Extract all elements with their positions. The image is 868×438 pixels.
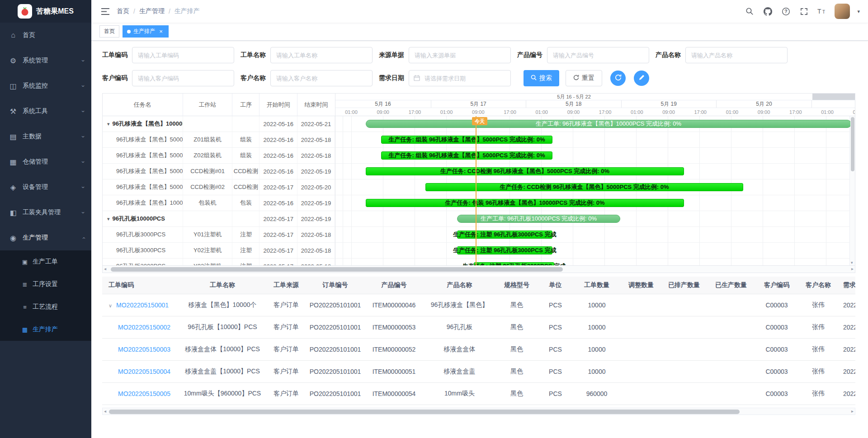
gantt-task-row-7: 96孔孔板3000PCSY01注塑机注塑2022-05-172022-05-18 — [103, 227, 335, 243]
fullscreen-icon[interactable] — [798, 6, 809, 17]
sidebar-item-2[interactable]: ◫系统监控› — [0, 73, 91, 99]
gantt-task-bar[interactable]: 生产任务: 组装 96孔移液盒【黑色】5000PCS 完成比例: 0% — [381, 136, 552, 144]
order-code-link[interactable]: MO202205150005 — [118, 390, 170, 397]
filter-input-0-1[interactable] — [270, 47, 373, 63]
sidebar-toggle-icon[interactable] — [98, 4, 113, 19]
gantt-task-bar[interactable]: 生产任务: 注塑 96孔孔板3000PCS 完成 — [457, 246, 552, 254]
device-icon: ◈ — [8, 183, 18, 192]
breadcrumb-item-0[interactable]: 首页 — [117, 7, 129, 15]
scroll-down-icon[interactable]: ▾ — [851, 260, 853, 265]
app-logo[interactable]: 苦糖果MES — [0, 0, 91, 23]
tags-view: 首页生产排产× — [91, 23, 868, 41]
sidebar-item-1[interactable]: ⚙系统管理› — [0, 48, 91, 73]
filter-input-1-1[interactable] — [270, 70, 373, 86]
sidebar-item-6[interactable]: ◈设备管理› — [0, 174, 91, 200]
sidebar-subitem-0[interactable]: ▣生产工单 — [0, 250, 91, 273]
chevron-icon: › — [80, 212, 86, 213]
gantt-hour-tick: 09:00 — [462, 108, 494, 116]
gantt-task-bar[interactable]: 生产任务: 注塑 96孔孔板3000PCS 完成 — [457, 231, 552, 239]
gantt-order-bar[interactable]: 生产工单: 96孔孔板10000PCS 完成比例: 0% — [457, 215, 620, 223]
edit-schedule-button[interactable] — [634, 71, 649, 86]
gantt-task-bar[interactable]: 生产任务: 注塑 96孔孔板3000PCS 完成 — [474, 262, 554, 265]
gantt-start-time: 2022-05-16 — [259, 148, 297, 163]
orders-header-row: 工单编码工单名称工单来源订单编号产品编号产品名称规格型号单位工单数量调整数量已排… — [102, 277, 855, 294]
search-icon[interactable] — [744, 6, 755, 17]
gantt-horizontal-scrollbar[interactable]: ◂ ▸ — [103, 265, 855, 273]
gantt-task-bar[interactable]: 生产任务: 组装 96孔移液盒【黑色】5000PCS 完成比例: 0% — [381, 151, 552, 160]
gantt-task-row-3: 96孔移液盒【黑色】5000PCSCCD检测#01CCD检测2022-05-16… — [103, 164, 335, 179]
gantt-day-label-2: 5月 18 — [526, 100, 621, 108]
filter-input-0-4[interactable] — [685, 47, 788, 63]
refresh-gantt-button[interactable] — [610, 71, 626, 86]
gantt-hour-tick: 09:00 — [748, 108, 780, 116]
search-button[interactable]: 搜索 — [524, 70, 559, 86]
orders-column-2: 工单来源 — [265, 277, 307, 294]
expand-arrow-icon[interactable]: ▾ — [107, 121, 110, 127]
sidebar-item-5[interactable]: ▦仓储管理› — [0, 149, 91, 174]
refresh-icon — [615, 74, 622, 82]
gantt-task-bar[interactable]: 生产任务: CCD检测 96孔移液盒【黑色】5000PCS 完成比例: 0% — [366, 167, 684, 175]
sidebar-item-label: 主数据 — [23, 132, 42, 141]
github-icon[interactable] — [762, 6, 773, 17]
user-avatar[interactable] — [835, 4, 850, 19]
gantt-end-time: 2022-05-20 — [297, 179, 335, 195]
scroll-left-icon[interactable]: ◂ — [104, 409, 106, 414]
gantt-day-row: 5月 165月 175月 185月 195月 20 — [335, 100, 855, 108]
orders-column-14: 需求日期 — [838, 277, 855, 294]
navbar-icons: ? TT ▾ — [744, 4, 860, 19]
font-size-icon[interactable]: TT — [816, 6, 827, 17]
gantt-task-bar[interactable]: 生产任务: 包装 96孔移液盒【黑色】10000PCS 完成比例: 0% — [366, 199, 684, 207]
scroll-right-icon[interactable]: ▸ — [851, 266, 854, 271]
gantt-task-bar[interactable]: 生产任务: CCD检测 96孔移液盒【黑色】5000PCS 完成比例: 0% — [425, 183, 743, 191]
breadcrumb-item-1[interactable]: 生产管理 — [139, 7, 165, 15]
filter-input-0-0[interactable] — [132, 47, 234, 63]
gantt-hscroll-thumb[interactable] — [111, 267, 563, 272]
today-line — [476, 116, 476, 265]
tab-close-icon[interactable]: × — [158, 28, 164, 35]
orders-column-10: 已排产数量 — [660, 277, 708, 294]
order-code-link[interactable]: MO202205150002 — [118, 324, 170, 331]
sidebar-item-7[interactable]: ◧工装夹具管理› — [0, 200, 91, 225]
table-horizontal-scrollbar[interactable]: ◂ ▸ — [102, 408, 855, 415]
expand-row-icon[interactable]: ∨ — [108, 303, 112, 308]
gantt-vertical-scrollbar[interactable]: ▾ — [849, 116, 855, 265]
filter-input-1-2[interactable] — [409, 70, 511, 86]
sidebar-item-3[interactable]: ⚒系统工具› — [0, 99, 91, 124]
sidebar-subitem-3[interactable]: ▦生产排产 — [0, 318, 91, 341]
sidebar-subitem-2[interactable]: ≡工艺流程 — [0, 296, 91, 318]
sidebar-subitem-1[interactable]: ≣工序设置 — [0, 273, 91, 296]
gantt-day-label-3: 5月 19 — [621, 100, 716, 108]
gantt-timeline-header: 5月 16 - 5月 22 5月 165月 175月 185月 195月 20 … — [335, 94, 855, 116]
sidebar-item-0[interactable]: ⌂首页 — [0, 23, 91, 48]
filter-input-0-2[interactable] — [409, 47, 511, 63]
gantt-vscroll-thumb[interactable] — [851, 117, 854, 171]
gantt-column-header-0: 任务名 — [103, 94, 183, 116]
sidebar-item-4[interactable]: ▤主数据› — [0, 124, 91, 149]
order-code-link[interactable]: MO202205150003 — [118, 346, 170, 353]
gantt-hour-tick: 01:00 — [335, 108, 367, 116]
gantt-hour-tick: 09:00 — [653, 108, 684, 116]
filter-input-0-3[interactable] — [547, 47, 649, 63]
sidebar-item-8[interactable]: ◉生产管理› — [0, 225, 91, 250]
reset-button[interactable]: 重置 — [566, 70, 602, 86]
gantt-workstation: Z01组装机 — [183, 132, 233, 147]
scroll-right-icon[interactable]: ▸ — [851, 409, 854, 414]
gantt-lane-9: 生产任务: 注塑 96孔孔板3000PCS 完成 — [335, 259, 850, 265]
help-icon[interactable]: ? — [780, 6, 791, 17]
masterdata-icon: ▤ — [8, 132, 18, 141]
order-code-link[interactable]: MO202205150001 — [116, 301, 169, 309]
scroll-left-icon[interactable]: ◂ — [104, 266, 106, 271]
user-menu-caret-icon[interactable]: ▾ — [857, 9, 860, 14]
gantt-order-bar[interactable]: 生产工单: 96孔移液盒【黑色】10000PCS 完成比例: 0% — [366, 120, 850, 128]
expand-arrow-icon[interactable]: ▾ — [107, 216, 110, 222]
filter-input-1-0[interactable] — [132, 70, 234, 86]
tab-1[interactable]: 生产排产× — [123, 25, 169, 38]
gantt-start-time: 2022-05-16 — [259, 164, 297, 179]
tab-label: 生产排产 — [133, 28, 155, 35]
tab-0[interactable]: 首页 — [99, 25, 119, 38]
order-code-link[interactable]: MO202205150004 — [118, 368, 170, 375]
gantt-workstation — [183, 116, 233, 132]
table-hscroll-thumb[interactable] — [109, 410, 740, 414]
gantt-workstation: 包装机 — [183, 195, 233, 211]
orders-table: 工单编码工单名称工单来源订单编号产品编号产品名称规格型号单位工单数量调整数量已排… — [102, 277, 855, 405]
